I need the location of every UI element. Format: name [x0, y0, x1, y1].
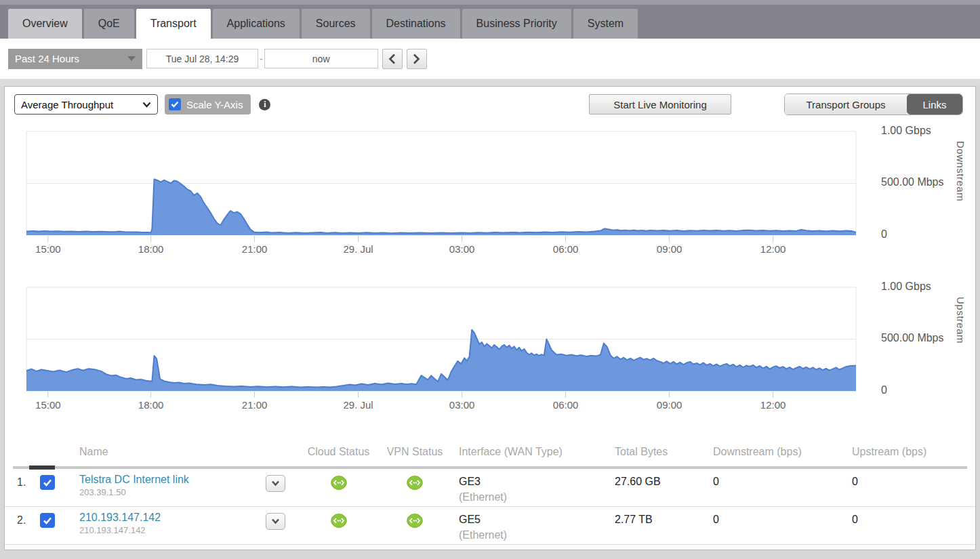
chevron-down-icon	[271, 518, 280, 524]
time-range-toolbar: Past 24 Hours -	[0, 39, 980, 79]
scale-y-axis-toggle[interactable]: Scale Y-Axis	[165, 94, 251, 115]
dashboard-screen: Overview QoE Transport Applications Sour…	[0, 0, 980, 559]
links-table: Name Cloud Status VPN Status Interface (…	[5, 440, 975, 545]
upstream-chart: 15:0018:0021:0029. Jul03:0006:0009:0012:…	[10, 278, 871, 413]
row-index: 1.	[13, 474, 40, 503]
table-row: 2. 210.193.147.142 210.193.147.142	[5, 507, 975, 545]
scale-y-axis-checkbox[interactable]	[169, 98, 181, 110]
interface-name: GE3	[459, 476, 608, 488]
svg-text:03:00: 03:00	[449, 399, 475, 411]
check-icon	[171, 101, 179, 108]
time-range-dropdown[interactable]: Past 24 Hours	[8, 49, 142, 69]
tab-overview[interactable]: Overview	[8, 9, 82, 39]
row-expand-dropdown[interactable]	[266, 475, 285, 492]
transport-panel: Average Throughput Scale Y-Axis i Start …	[4, 86, 976, 550]
y-tick-500mbps: 500.00 Mbps	[881, 176, 944, 188]
svg-text:12:00: 12:00	[760, 243, 786, 255]
svg-text:18:00: 18:00	[138, 243, 164, 255]
svg-text:09:00: 09:00	[657, 399, 682, 411]
wan-type: (Ethernet)	[459, 491, 608, 503]
svg-text:12:00: 12:00	[760, 399, 786, 411]
tab-applications[interactable]: Applications	[213, 9, 300, 39]
time-prev-button[interactable]	[382, 49, 403, 69]
tab-business-priority[interactable]: Business Priority	[462, 9, 571, 39]
start-live-monitoring-button[interactable]: Start Live Monitoring	[589, 94, 731, 115]
interface-name: GE5	[459, 514, 608, 526]
y-tick-1gbps: 1.00 Gbps	[881, 125, 931, 137]
cloud-status-up-icon	[331, 514, 347, 528]
scale-y-axis-label: Scale Y-Axis	[186, 99, 243, 110]
downstream-area-chart: 15:0018:0021:0029. Jul03:0006:0009:0012:…	[10, 122, 871, 257]
metric-select-value: Average Throughput	[21, 99, 113, 110]
upstream-bps-value: 0	[845, 512, 975, 541]
check-icon	[43, 517, 52, 524]
wan-type: (Ethernet)	[459, 529, 608, 541]
metric-select[interactable]: Average Throughput	[14, 94, 158, 115]
downstream-chart: 15:0018:0021:0029. Jul03:0006:0009:0012:…	[10, 122, 871, 257]
links-table-header: Name Cloud Status VPN Status Interface (…	[5, 440, 975, 463]
chevron-right-icon	[413, 54, 420, 64]
time-range-label: Past 24 Hours	[15, 53, 79, 64]
svg-text:15:00: 15:00	[35, 243, 61, 255]
total-bytes-value: 2.77 TB	[608, 512, 706, 541]
time-range-separator: -	[260, 54, 263, 64]
column-header-total-bytes: Total Bytes	[608, 446, 706, 458]
table-row: 1. Telstra DC Internet link 203.39.1.50	[5, 469, 975, 507]
column-header-upstream: Upstream (bps)	[845, 446, 975, 458]
svg-text:29. Jul: 29. Jul	[343, 243, 373, 255]
upstream-axis-title: Upstream	[955, 297, 966, 395]
tab-qoe[interactable]: QoE	[84, 9, 134, 39]
tab-destinations[interactable]: Destinations	[372, 9, 460, 39]
transport-groups-button[interactable]: Transport Groups	[785, 94, 907, 115]
vpn-status-up-icon	[407, 476, 423, 490]
tab-sources[interactable]: Sources	[302, 9, 370, 39]
row-index: 2.	[13, 512, 40, 541]
y-tick-1gbps: 1.00 Gbps	[881, 281, 931, 293]
total-bytes-value: 27.60 GB	[608, 474, 706, 503]
time-next-button[interactable]	[407, 49, 427, 69]
svg-text:29. Jul: 29. Jul	[343, 399, 373, 411]
svg-text:15:00: 15:00	[35, 399, 61, 411]
link-name[interactable]: Telstra DC Internet link	[73, 474, 266, 486]
svg-text:09:00: 09:00	[657, 243, 682, 255]
start-time-input[interactable]	[146, 49, 258, 68]
dropdown-caret-icon	[127, 56, 136, 61]
throughput-charts: 15:0018:0021:0029. Jul03:0006:0009:0012:…	[5, 122, 975, 413]
column-header-vpn-status: VPN Status	[377, 446, 452, 458]
chevron-down-icon	[142, 102, 151, 108]
downstream-y-axis-labels: 1.00 Gbps 500.00 Mbps 0	[876, 122, 952, 257]
row-checkbox[interactable]	[40, 475, 55, 490]
downstream-bps-value: 0	[706, 474, 845, 503]
upstream-area-chart: 15:0018:0021:0029. Jul03:0006:0009:0012:…	[10, 278, 871, 413]
cloud-status-up-icon	[331, 476, 347, 490]
section-divider	[0, 79, 980, 86]
upstream-bps-value: 0	[845, 474, 975, 503]
svg-text:18:00: 18:00	[138, 399, 164, 411]
upstream-y-axis-labels: 1.00 Gbps 500.00 Mbps 0	[876, 278, 952, 413]
downstream-axis-title: Downstream	[955, 141, 966, 239]
chevron-left-icon	[388, 54, 396, 64]
svg-text:06:00: 06:00	[553, 399, 579, 411]
vpn-status-up-icon	[407, 514, 423, 528]
column-header-downstream: Downstream (bps)	[706, 446, 845, 458]
chevron-down-icon	[271, 480, 280, 486]
chart-controls-row: Average Throughput Scale Y-Axis i Start …	[5, 87, 975, 122]
links-button[interactable]: Links	[907, 94, 962, 115]
tab-transport[interactable]: Transport	[136, 9, 211, 39]
link-ip: 210.193.147.142	[73, 525, 266, 535]
link-name[interactable]: 210.193.147.142	[73, 512, 266, 524]
y-tick-zero: 0	[881, 228, 887, 241]
row-expand-dropdown[interactable]	[266, 513, 285, 530]
info-icon[interactable]: i	[259, 99, 270, 110]
column-header-name: Name	[73, 446, 266, 458]
row-checkbox[interactable]	[40, 513, 55, 528]
tab-system[interactable]: System	[573, 9, 638, 39]
window-top-edge	[0, 0, 980, 5]
end-time-input[interactable]	[264, 49, 378, 68]
check-icon	[43, 479, 52, 486]
svg-text:21:00: 21:00	[242, 399, 268, 411]
downstream-bps-value: 0	[706, 512, 845, 541]
column-header-interface: Interface (WAN Type)	[452, 446, 608, 458]
link-ip: 203.39.1.50	[73, 487, 266, 497]
column-header-cloud-status: Cloud Status	[300, 446, 377, 458]
